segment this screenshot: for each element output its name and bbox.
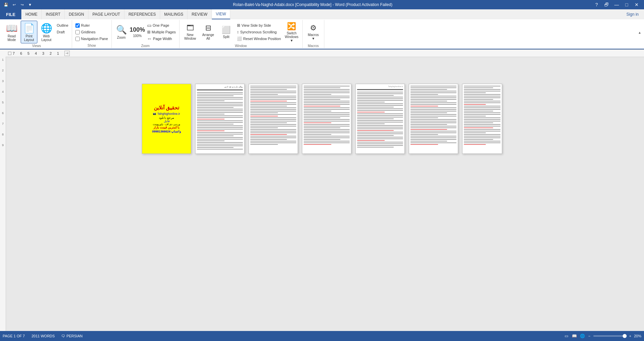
ruler-end-marker[interactable]: ⊣ [64, 51, 70, 56]
print-layout-button[interactable]: 📄 PrintLayout [21, 21, 37, 43]
zoom-label: Zoom [117, 36, 126, 39]
ruler-label: Ruler [81, 23, 90, 27]
view-side-by-side-button[interactable]: ⊞ View Side by Side [236, 22, 282, 29]
page5-header: Tahghighonline.ir [357, 85, 403, 87]
zoom-icon: 🔍 [116, 25, 127, 35]
gridlines-checkbox[interactable] [75, 30, 80, 34]
quick-access-toolbar: 💾 ↩ ↪ ▼ [3, 1, 33, 8]
cover-site: Tahghighonline.ir [157, 112, 180, 115]
ruler-corner[interactable] [8, 52, 11, 55]
print-layout-icon: 📄 [23, 23, 35, 34]
show-group: Ruler Gridlines Navigation Pane Show [72, 20, 112, 48]
macros-icon: ⚙ [310, 24, 317, 32]
gridlines-label: Gridlines [81, 30, 95, 34]
split-label: Split [223, 35, 229, 39]
help-button[interactable]: ? [592, 0, 601, 9]
cover-title: تحقیق آنلاین [154, 105, 179, 111]
signin-button[interactable]: Sign in [621, 9, 644, 19]
page-3-content [249, 84, 298, 153]
restore-button[interactable]: 🗗 [602, 0, 611, 9]
web-layout-label: WebLayout [41, 34, 51, 42]
switch-windows-label: SwitchWindows ▼ [284, 31, 300, 42]
navigation-pane-checkbox[interactable] [75, 37, 80, 41]
arrange-all-button[interactable]: ⊟ ArrangeAll [200, 21, 217, 43]
zoom-plus-button[interactable]: + [629, 334, 631, 338]
page-width-button[interactable]: ↔ Page Width [146, 35, 177, 42]
show-group-items: Ruler Gridlines Navigation Pane [74, 21, 109, 43]
tab-bar: FILE HOME INSERT DESIGN PAGE LAYOUT REFE… [0, 9, 644, 19]
page-2-thumb[interactable]: رولان بارت و نقد ادبی [195, 84, 245, 154]
tab-mailings[interactable]: MAILINGS [160, 9, 188, 19]
navigation-pane-checkbox-row[interactable]: Navigation Pane [74, 35, 109, 42]
web-layout-button[interactable]: 🌐 WebLayout [38, 21, 55, 43]
synchronous-scrolling-button[interactable]: ↕ Synchronous Scrolling [236, 29, 282, 35]
tab-page-layout[interactable]: PAGE LAYOUT [88, 9, 124, 19]
tab-review[interactable]: REVIEW [188, 9, 212, 19]
cover-ref: فایل [164, 119, 170, 123]
file-tab[interactable]: FILE [0, 9, 21, 19]
save-icon[interactable]: 💾 [3, 1, 9, 8]
one-page-button[interactable]: ▭ One Page [146, 22, 177, 29]
tab-design[interactable]: DESIGN [65, 9, 88, 19]
tab-references[interactable]: REFERENCES [124, 9, 160, 19]
show-checkboxes: Ruler Gridlines Navigation Pane [74, 21, 109, 42]
page-6-thumb[interactable] [409, 84, 458, 154]
show-group-label: Show [87, 44, 96, 47]
pages-container: تحقیق آنلاین 📷 Tahghighonline.ir مرجع دا… [142, 84, 502, 154]
outline-label: Outline [57, 23, 68, 27]
window-group-label: Window [235, 44, 247, 48]
navigation-pane-label: Navigation Pane [81, 37, 108, 41]
print-view-icon[interactable]: ▭ [563, 333, 570, 339]
status-bar-right: ▭ 📖 🌐 − + 20% [563, 333, 641, 339]
multiple-pages-label: Multiple Pages [152, 30, 176, 34]
collapse-ribbon-button[interactable]: ▲ [638, 31, 641, 34]
undo-icon[interactable]: ↩ [11, 1, 17, 8]
macros-button[interactable]: ⚙ Macros▼ [305, 21, 322, 43]
new-window-button[interactable]: 🗔 NewWindow [182, 21, 199, 43]
zoom-group: 🔍 Zoom 100% 100% ▭ One Page ⊞ Multiple P… [112, 20, 180, 48]
customize-icon[interactable]: ▼ [27, 1, 33, 8]
page-5-thumb[interactable]: Tahghighonline.ir [355, 84, 405, 154]
zoom-minus-button[interactable]: − [588, 334, 590, 338]
page-6-content [409, 84, 458, 153]
views-group-label: Views [32, 44, 41, 48]
multiple-pages-button[interactable]: ⊞ Multiple Pages [146, 29, 177, 35]
page-7-thumb[interactable] [462, 84, 502, 154]
maximize-button[interactable]: □ [622, 0, 631, 9]
draft-button[interactable]: Draft [55, 29, 70, 35]
zoom-100-icon: 100% [130, 26, 145, 33]
page-width-label: Page Width [153, 37, 172, 41]
tab-home[interactable]: HOME [21, 9, 42, 19]
split-button[interactable]: ⬜ Split [218, 21, 235, 43]
redo-icon[interactable]: ↪ [19, 1, 25, 8]
page-1-thumb[interactable]: تحقیق آنلاین 📷 Tahghighonline.ir مرجع دا… [142, 84, 191, 154]
tab-view[interactable]: VIEW [212, 9, 231, 19]
web-view-icon[interactable]: 🌐 [579, 333, 586, 339]
outline-button[interactable]: Outline [55, 22, 70, 29]
word-count: 2011 WORDS [31, 334, 55, 338]
ruler-checkbox-row[interactable]: Ruler [74, 22, 109, 29]
switch-windows-button[interactable]: 🔀 SwitchWindows ▼ [283, 21, 300, 43]
reading-view-icon[interactable]: 📖 [571, 333, 578, 339]
minimize-button[interactable]: — [612, 0, 621, 9]
zoom-options-col: ▭ One Page ⊞ Multiple Pages ↔ Page Width [146, 21, 177, 42]
page-4-content [302, 84, 351, 153]
zoom-group-items: 🔍 Zoom 100% 100% ▭ One Page ⊞ Multiple P… [114, 21, 177, 43]
close-button[interactable]: ✕ [632, 0, 641, 9]
zoom-level: 20% [634, 334, 641, 338]
zoom-slider[interactable] [593, 335, 627, 337]
ruler-checkbox[interactable] [75, 23, 80, 28]
language-label: PERSIAN [66, 334, 82, 338]
ribbon: FILE HOME INSERT DESIGN PAGE LAYOUT REFE… [0, 9, 644, 50]
page-2-content: رولان بارت و نقد ادبی [196, 84, 244, 153]
zoom-100-label: 100% [133, 34, 142, 38]
gridlines-checkbox-row[interactable]: Gridlines [74, 29, 109, 35]
read-mode-button[interactable]: 📖 ReadMode [3, 21, 20, 43]
zoom-button[interactable]: 🔍 Zoom [114, 21, 129, 43]
page-3-thumb[interactable] [249, 84, 298, 154]
tab-insert[interactable]: INSERT [42, 9, 65, 19]
page-4-thumb[interactable] [302, 84, 351, 154]
reset-window-position-button[interactable]: ⬜ Reset Window Position [236, 35, 282, 42]
arrange-all-label: ArrangeAll [202, 33, 214, 40]
zoom-100-button[interactable]: 100% 100% [130, 21, 145, 43]
